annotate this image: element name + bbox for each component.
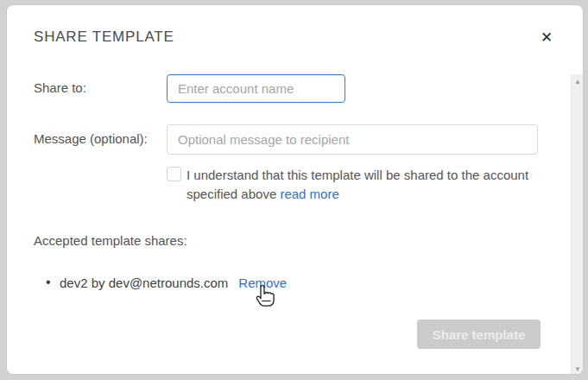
consent-text-body: I understand that this template will be … (187, 168, 528, 201)
read-more-link[interactable]: read more (280, 187, 338, 201)
dialog-title: SHARE TEMPLATE (34, 28, 174, 46)
share-template-dialog: SHARE TEMPLATE ✕ Share to: Message (opti… (6, 4, 584, 375)
scrollbar-down-icon[interactable]: ▼ (572, 362, 585, 375)
remove-link[interactable]: Remove (238, 276, 287, 290)
scrollbar[interactable]: ▲ ▼ (571, 74, 584, 375)
consent-text: I understand that this template will be … (187, 166, 553, 204)
share-item-text: dev2 by dev@netrounds.com (60, 276, 228, 290)
scrollbar-up-icon[interactable]: ▲ (572, 74, 585, 88)
message-label: Message (optional): (34, 131, 148, 146)
accepted-shares-heading: Accepted template shares: (34, 233, 187, 248)
accepted-shares-list: dev2 by dev@netrounds.comRemove (44, 276, 287, 290)
list-item: dev2 by dev@netrounds.comRemove (44, 276, 287, 290)
share-template-button[interactable]: Share template (417, 320, 541, 349)
close-icon[interactable]: ✕ (535, 26, 558, 48)
consent-checkbox[interactable] (167, 167, 181, 181)
share-to-input[interactable] (167, 74, 345, 103)
message-input[interactable] (167, 124, 538, 155)
share-to-label: Share to: (34, 80, 86, 95)
